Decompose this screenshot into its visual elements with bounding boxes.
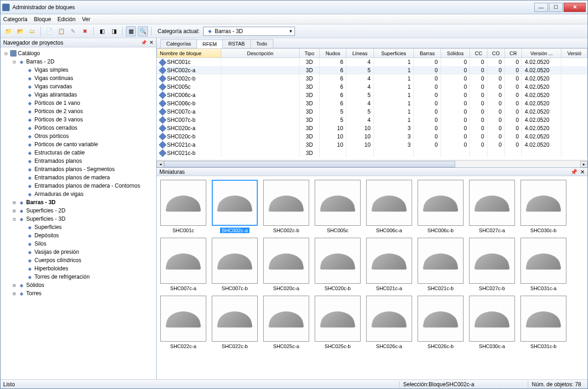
thumbnail-item[interactable]: SHC005c xyxy=(315,180,361,233)
delete-icon[interactable]: ✖ xyxy=(80,26,90,36)
close-panel-icon[interactable]: ✕ xyxy=(149,40,153,46)
grid-scroll[interactable]: Nombre de bloqueDescripciónTipoNudosLíne… xyxy=(157,48,588,160)
column-header[interactable]: CC xyxy=(470,49,487,58)
column-header[interactable]: Descripción xyxy=(221,49,300,58)
close-panel-icon[interactable]: ✕ xyxy=(580,169,585,175)
view-detail-icon[interactable]: 🔍 xyxy=(138,26,148,36)
menu-edición[interactable]: Edición xyxy=(57,16,75,23)
tree-item[interactable]: ◆Torres de refrigeración xyxy=(1,273,155,281)
thumbnail-item[interactable]: SHC025c-a xyxy=(263,296,309,349)
tree-item[interactable]: ◆Superficies xyxy=(1,223,155,231)
edit-icon[interactable]: ✎ xyxy=(68,26,78,36)
tab-rfem[interactable]: RFEM xyxy=(197,40,223,48)
table-row[interactable]: SHC007c-a3D551000004.02.0520 xyxy=(157,108,588,116)
column-header[interactable]: Sólidos xyxy=(441,49,470,58)
scroll-right-icon[interactable]: ▸ xyxy=(580,161,588,167)
tree-item[interactable]: ◆Pórticos de 3 vanos xyxy=(1,115,155,124)
thumbnail-item[interactable]: SHC030c-a xyxy=(469,296,515,349)
thumbnail-item[interactable]: SHC025c-b xyxy=(315,296,361,349)
thumbnail-item[interactable]: SHC006c-b xyxy=(418,180,464,233)
thumbnails-area[interactable]: SHC001cSHC002c-aSHC002c-bSHC005cSHC006c-… xyxy=(157,176,588,379)
tree-item[interactable]: ◆Estructuras de cable xyxy=(1,149,155,157)
tree-item[interactable]: ⊞◆Barras - 3D xyxy=(1,198,155,206)
expand-icon[interactable]: ⊞ xyxy=(11,208,17,213)
table-row[interactable]: SHC006c-b3D641000004.02.0520 xyxy=(157,99,588,108)
table-row[interactable]: SHC005c3D641000004.02.0520 xyxy=(157,83,588,91)
menu-bloque[interactable]: Bloque xyxy=(34,16,51,23)
tree-item[interactable]: ◆Pórticos de canto variable xyxy=(1,140,155,149)
tree-item[interactable]: ⊞◆Torres xyxy=(1,289,155,297)
column-header[interactable]: Barras xyxy=(414,49,441,58)
tree-item[interactable]: ◆Pórticos de 2 vanos xyxy=(1,107,155,115)
tab-rstab[interactable]: RSTAB xyxy=(222,39,251,48)
tree-item[interactable]: ◆Pórticos cerrados xyxy=(1,124,155,132)
thumbnail-item[interactable]: SHC020c-b xyxy=(315,238,361,291)
table-row[interactable]: SHC021c-a3D10103000004.02.0520 xyxy=(157,141,588,149)
tree-item[interactable]: ⊟◆Superficies - 3D xyxy=(1,215,155,223)
pin-icon[interactable]: 📌 xyxy=(141,40,147,45)
table-row[interactable]: SHC021c-b3D xyxy=(157,149,588,157)
tree-item[interactable]: ◆Vigas simples xyxy=(1,66,155,74)
column-header[interactable]: Tipo xyxy=(300,49,320,58)
folder-props-icon[interactable]: 🗂 xyxy=(27,26,37,36)
column-header[interactable]: Nudos xyxy=(320,49,346,58)
thumbnail-item[interactable]: SHC027c-a xyxy=(469,180,515,233)
column-header[interactable]: Nombre de bloque xyxy=(157,49,221,58)
pin-icon[interactable]: 📌 xyxy=(571,169,577,175)
folder-open-icon[interactable]: 📂 xyxy=(15,26,25,36)
thumbnail-item[interactable]: SHC020c-a xyxy=(263,238,309,291)
tree-item[interactable]: ◆Otros pórticos xyxy=(1,132,155,140)
tree-item[interactable]: ◆Vasijas de presión xyxy=(1,248,155,256)
thumbnail-item[interactable]: SHC021c-a xyxy=(366,238,412,291)
minimize-button[interactable]: — xyxy=(534,3,548,12)
tree-item[interactable]: ◆Hiperboloides xyxy=(1,264,155,273)
tree-item[interactable]: ◆Vigas curvadas xyxy=(1,82,155,91)
tree-item[interactable]: ◆Entramados planos xyxy=(1,157,155,165)
thumbnail-item[interactable]: SHC007c-a xyxy=(160,238,206,291)
tree-item[interactable]: ◆Armaduras de vigas xyxy=(1,190,155,198)
menu-categoría[interactable]: Categoría xyxy=(3,16,28,23)
menu-ver[interactable]: Ver xyxy=(82,16,90,23)
tree-item[interactable]: ◆Depósitos xyxy=(1,231,155,240)
thumbnail-item[interactable]: SHC022c-b xyxy=(212,296,258,349)
expand-icon[interactable]: ⊞ xyxy=(11,200,17,205)
thumbnail-item[interactable]: SHC007c-b xyxy=(212,238,258,291)
tree-item[interactable]: ◆Cuerpos cilíndricos xyxy=(1,256,155,264)
horizontal-scrollbar[interactable]: ◂ ▸ xyxy=(157,160,588,167)
tree-item[interactable]: ⊞◆Sólidos xyxy=(1,281,155,289)
tree-item[interactable]: ⊞◆Superficies - 2D xyxy=(1,206,155,215)
column-header[interactable]: Versió xyxy=(561,49,588,58)
column-header[interactable]: Versión ... xyxy=(522,49,561,58)
category-select[interactable]: ◆ Barras - 3D ▼ xyxy=(203,27,295,36)
expand-icon[interactable]: ⊞ xyxy=(11,291,17,296)
expand-icon[interactable]: ⊟ xyxy=(11,217,17,222)
scroll-thumb[interactable] xyxy=(164,161,455,167)
tool-b-icon[interactable]: ◨ xyxy=(109,26,119,36)
tree-item[interactable]: ◆Entramados planos de madera - Contornos xyxy=(1,182,155,190)
scroll-track[interactable] xyxy=(164,161,580,167)
column-header[interactable]: Superficies xyxy=(373,49,413,58)
thumbnail-item[interactable]: SHC021c-b xyxy=(418,238,464,291)
tree-item[interactable]: ◆Vigas atirantadas xyxy=(1,91,155,99)
thumbnail-item[interactable]: SHC030c-b xyxy=(520,180,566,233)
thumbnail-item[interactable]: SHC006c-a xyxy=(366,180,412,233)
expand-icon[interactable]: ⊟ xyxy=(3,51,9,56)
copy-icon[interactable]: 📄 xyxy=(44,26,54,36)
tree-item[interactable]: ⊟◆Barras - 2D xyxy=(1,57,155,66)
tab-todo[interactable]: Todo xyxy=(250,39,273,48)
tree-item[interactable]: ◆Entramados planos - Segmentos xyxy=(1,165,155,173)
tab-categorías[interactable]: Categorías xyxy=(160,39,197,48)
table-row[interactable]: SHC002c-a3D651000004.02.0520 xyxy=(157,66,588,74)
table-row[interactable]: SHC002c-b3D641000004.02.0520 xyxy=(157,74,588,83)
tree-item[interactable]: ◆Pórticos de 1 vano xyxy=(1,99,155,107)
maximize-button[interactable]: ☐ xyxy=(549,3,563,12)
thumbnail-item[interactable]: SHC026c-a xyxy=(366,296,412,349)
table-row[interactable]: SHC006c-a3D651000004.02.0520 xyxy=(157,91,588,99)
view-grid-icon[interactable]: ▦ xyxy=(126,26,136,36)
table-row[interactable]: SHC001c3D641000004.02.0520 xyxy=(157,58,588,66)
thumbnail-item[interactable]: SHC002c-b xyxy=(263,180,309,233)
tree-item[interactable]: ⊟Catálogo xyxy=(1,49,155,57)
table-row[interactable]: SHC007c-b3D541000004.02.0520 xyxy=(157,116,588,124)
expand-icon[interactable]: ⊞ xyxy=(11,283,17,288)
thumbnail-item[interactable]: SHC026c-b xyxy=(418,296,464,349)
